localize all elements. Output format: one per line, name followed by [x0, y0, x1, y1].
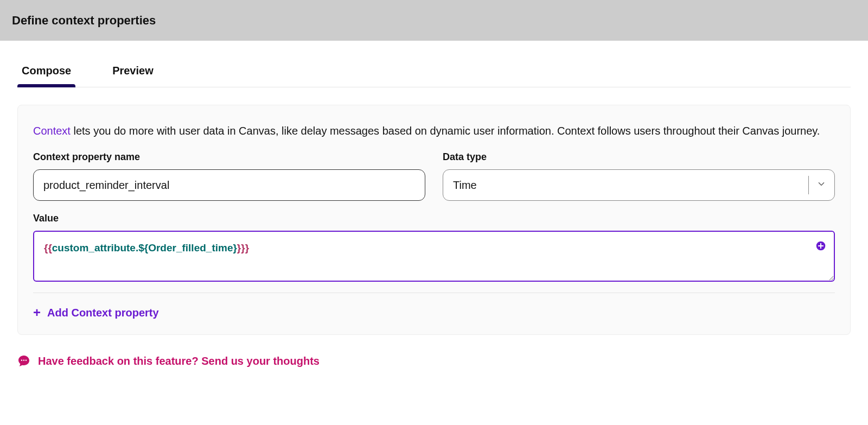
data-type-label: Data type [443, 151, 835, 163]
feedback-text: Have feedback on this feature? Send us y… [38, 355, 320, 367]
data-type-col: Data type [443, 151, 835, 201]
data-type-select-wrap [443, 169, 835, 201]
token-close: }}} [237, 242, 249, 253]
value-add-button[interactable] [815, 240, 826, 253]
plus-icon: + [33, 306, 41, 319]
svg-point-2 [23, 360, 24, 361]
description-text: lets you do more with user data in Canva… [71, 125, 820, 137]
page-title: Define context properties [12, 14, 156, 28]
svg-point-3 [25, 360, 27, 361]
fields-row: Context property name Data type [33, 151, 835, 201]
tab-compose[interactable]: Compose [17, 65, 75, 87]
panel-description: Context lets you do more with user data … [33, 123, 835, 139]
property-name-input[interactable] [33, 169, 425, 201]
data-type-select[interactable] [443, 169, 835, 201]
content-wrap: Compose Preview Context lets you do more… [0, 41, 868, 385]
tabs-row: Compose Preview [17, 41, 851, 87]
property-name-label: Context property name [33, 151, 425, 163]
token-open: {{ [44, 242, 52, 253]
feedback-link[interactable]: Have feedback on this feature? Send us y… [17, 354, 320, 367]
add-context-property-button[interactable]: + Add Context property [33, 306, 159, 319]
token-attr: custom_attribute [52, 242, 136, 253]
token-inner: ${Order_filled_time} [138, 242, 237, 253]
property-name-col: Context property name [33, 151, 425, 201]
value-input[interactable]: {{custom_attribute.${Order_filled_time}}… [33, 231, 835, 282]
value-field: {{custom_attribute.${Order_filled_time}}… [33, 231, 835, 282]
context-panel: Context lets you do more with user data … [17, 105, 851, 335]
plus-circle-icon [815, 240, 826, 251]
add-context-property-label: Add Context property [47, 307, 159, 319]
context-link[interactable]: Context [33, 125, 71, 137]
divider [33, 293, 835, 293]
tab-preview[interactable]: Preview [108, 65, 158, 87]
value-label: Value [33, 213, 835, 224]
chat-icon [17, 354, 30, 367]
svg-point-1 [21, 360, 22, 361]
header-bar: Define context properties [0, 0, 868, 41]
